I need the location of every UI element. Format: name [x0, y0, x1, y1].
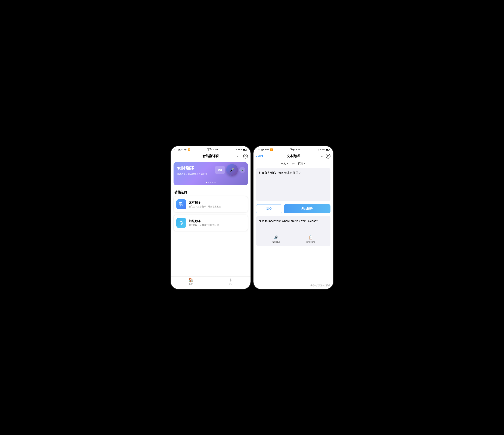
signal-dots-right: ····	[257, 149, 260, 151]
feature-card-text-translate[interactable]: 文本翻译 输入文字直接翻译，纯正地道发音	[173, 196, 248, 212]
text-translate-icon	[176, 199, 186, 209]
target-icon-left[interactable]	[243, 154, 248, 158]
target-lang-label[interactable]: 英语	[298, 162, 303, 165]
chevron-left-icon: ‹	[256, 155, 257, 158]
target-lang-btn[interactable]: 英语 ▼	[298, 162, 306, 165]
translate-button[interactable]: 开始翻译	[284, 204, 331, 213]
right-nav-title: 文本翻译	[287, 154, 300, 158]
battery-icon-right	[326, 149, 330, 151]
banner-aa: Aa	[215, 166, 225, 174]
copy-label: 复制结果	[306, 240, 315, 243]
tab-bar-left: 🏠 首页 ⬇ 下载	[171, 276, 251, 289]
tab-home[interactable]: 🏠 首页	[171, 278, 211, 286]
banner-dots	[206, 182, 216, 183]
source-lang-btn[interactable]: 中文 ▼	[281, 162, 289, 165]
download-tab-icon: ⬇	[229, 278, 232, 282]
no-sim-label: 无SIM卡	[178, 148, 187, 151]
banner-sound-icon: 🔊	[239, 167, 245, 173]
more-icon-left[interactable]: ···	[237, 154, 241, 158]
battery-pct-left: 65%	[238, 148, 242, 151]
svg-text:Aa: Aa	[181, 223, 183, 225]
left-status-bar: ···· 无SIM卡 📶 下午 6:56 ⊙ 65%	[171, 146, 251, 152]
text-translate-title: 文本翻译	[189, 200, 221, 204]
copy-icon: 📋	[308, 235, 313, 240]
photo-translate-title: 拍照翻译	[189, 219, 219, 223]
signal-dots: ····	[174, 149, 177, 151]
target-icon-right[interactable]	[326, 154, 331, 158]
right-nav-bar: ‹ 返回 文本翻译 ···	[253, 152, 333, 160]
dot-3	[210, 182, 211, 183]
dot-1	[206, 182, 207, 183]
back-label[interactable]: 返回	[258, 154, 263, 158]
download-tab-label: 下载	[229, 283, 233, 286]
play-label: 播放译文	[272, 240, 280, 243]
circle-icon-right: ⊙	[317, 148, 319, 151]
text-translate-info: 文本翻译 输入文字直接翻译，纯正地道发音	[189, 200, 221, 208]
left-phone: ···· 无SIM卡 📶 下午 6:56 ⊙ 65% 智能翻译官 ···	[171, 146, 251, 289]
banner-graphic: Aa 🎤 🔊	[215, 164, 245, 176]
dot-2	[208, 182, 209, 183]
translate-result-text: Nice to meet you! Where are you from, pl…	[259, 219, 328, 230]
lang-bar: 中文 ▼ ⇌ 英语 ▼	[253, 160, 333, 167]
watermark: 头条 @职场办公技能	[310, 284, 331, 287]
left-nav-bar: 智能翻译官 ···	[171, 152, 251, 160]
right-time: 下午 6:56	[290, 148, 300, 151]
banner[interactable]: 实时翻译 边说边译，翻译精准度高达99% Aa 🎤 🔊	[173, 162, 248, 185]
right-phone: ···· 无SIM卡 📶 下午 6:56 ⊙ 64% ‹ 返回	[253, 146, 333, 289]
circle-icon-left: ⊙	[235, 148, 237, 151]
mic-inner-icon: 🎤	[230, 168, 234, 172]
photo-translate-subtitle: 随拍随译，可编辑文字翻译区域	[189, 224, 219, 227]
tab-download[interactable]: ⬇ 下载	[211, 278, 251, 286]
translate-actions: 清空 开始翻译	[256, 204, 331, 213]
copy-button[interactable]: 📋 复制结果	[306, 235, 315, 243]
result-actions: 🔊 播放译文 📋 复制结果	[259, 233, 328, 243]
banner-mic: 🎤	[226, 164, 238, 176]
svg-rect-2	[179, 204, 182, 205]
left-nav-title: 智能翻译官	[202, 154, 219, 158]
target-lang-arrow: ▼	[304, 163, 306, 165]
dot-4	[212, 182, 214, 183]
svg-rect-1	[179, 203, 181, 204]
dot-5	[215, 182, 216, 183]
back-button[interactable]: ‹ 返回	[256, 154, 263, 158]
source-lang-label[interactable]: 中文	[281, 162, 286, 165]
clear-button[interactable]: 清空	[256, 204, 282, 213]
phones-container: ···· 无SIM卡 📶 下午 6:56 ⊙ 65% 智能翻译官 ···	[171, 146, 333, 289]
right-nav-icons[interactable]: ···	[320, 154, 331, 158]
text-translate-subtitle: 输入文字直接翻译，纯正地道发音	[189, 205, 221, 208]
svg-rect-0	[179, 202, 182, 203]
home-tab-label: 首页	[189, 283, 193, 286]
wifi-icon-right: 📶	[270, 148, 273, 151]
photo-translate-icon: C Aa	[176, 218, 186, 228]
feature-card-photo-translate[interactable]: C Aa 拍照翻译 随拍随译，可编辑文字翻译区域	[173, 215, 248, 231]
translate-result-area: Nice to meet you! Where are you from, pl…	[256, 216, 331, 246]
source-lang-arrow: ▼	[287, 163, 289, 165]
home-tab-icon: 🏠	[188, 278, 193, 282]
play-button[interactable]: 🔊 播放译文	[272, 235, 280, 243]
right-status-bar: ···· 无SIM卡 📶 下午 6:56 ⊙ 64%	[253, 146, 333, 152]
more-icon-right[interactable]: ···	[320, 154, 324, 158]
section-title: 功能选择	[171, 187, 251, 196]
battery-icon-left	[243, 149, 247, 151]
translate-input-area[interactable]: 很高兴见到你！请问你来自哪里？	[256, 168, 331, 201]
left-time: 下午 6:56	[207, 148, 218, 151]
no-sim-label-right: 无SIM卡	[261, 148, 269, 151]
translate-input-text[interactable]: 很高兴见到你！请问你来自哪里？	[259, 171, 328, 175]
battery-pct-right: 64%	[320, 148, 325, 151]
left-nav-icons[interactable]: ···	[237, 154, 248, 158]
swap-lang-icon[interactable]: ⇌	[292, 162, 295, 165]
wifi-icon: 📶	[188, 148, 190, 151]
photo-translate-info: 拍照翻译 随拍随译，可编辑文字翻译区域	[189, 219, 219, 227]
play-icon: 🔊	[274, 235, 278, 240]
